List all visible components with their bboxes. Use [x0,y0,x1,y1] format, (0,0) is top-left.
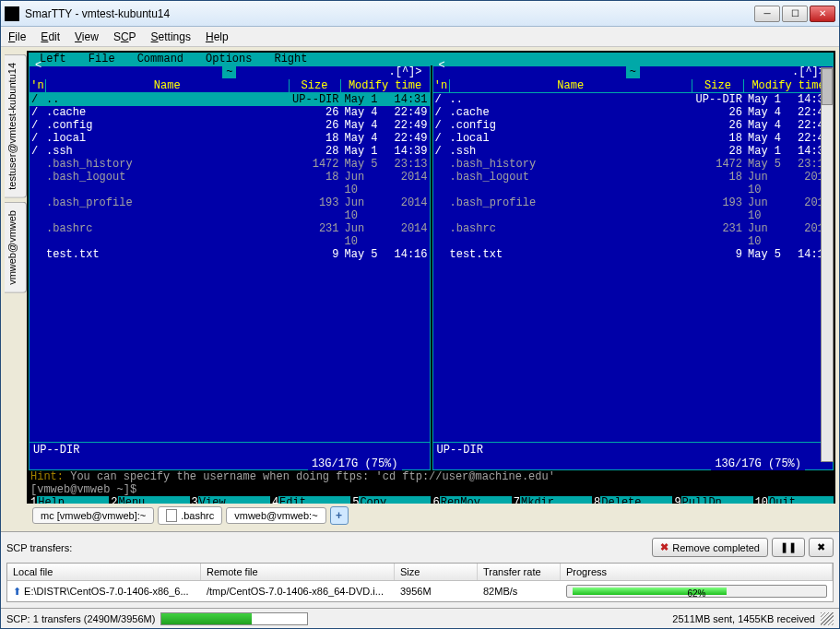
fkey-help[interactable]: 1Help [29,496,109,504]
status-right: 2511MB sent, 1455KB received [672,613,815,624]
scrollbar-thumb[interactable] [822,68,833,105]
tab-mc[interactable]: mc [vmweb@vmweb]:~ [32,507,154,524]
side-tab-1[interactable]: testuser@vmtest-kubuntu14 [5,54,27,198]
remote-file: /tmp/CentOS-7.0-1406-x86_64-DVD.i... [201,584,395,599]
mc-fkeys: 1Help2Menu3View4Edit5Copy6RenMov7Mkdir8D… [29,496,834,504]
maximize-button[interactable]: ☐ [782,6,808,22]
col-progress[interactable]: Progress [561,564,833,580]
terminal[interactable]: Left File Command Options Right < ~ .[^]… [27,51,835,504]
document-icon [166,509,177,522]
app-window: SmarTTY - vmtest-kubuntu14 ─ ☐ ✕ File Ed… [0,0,840,629]
col-local[interactable]: Local file [7,564,201,580]
fkey-edit[interactable]: 4Edit [270,496,350,504]
file-row[interactable]: .bash_history1472May 523:13 [433,158,834,171]
side-tab-2[interactable]: vmweb@vmweb [5,202,27,293]
file-row[interactable]: .bash_profile193Jun 10 2014 [433,196,834,222]
mc-prompt[interactable]: [vmweb@vmweb ~]$ [29,483,834,496]
resize-gripper[interactable] [821,612,834,625]
status-progress [160,612,308,625]
mc-menu-file[interactable]: File [77,53,126,65]
file-row[interactable]: /.ssh28May 114:39 [433,145,834,158]
file-row[interactable]: /.local18May 422:49 [30,132,430,145]
menu-help[interactable]: Help [206,30,229,43]
mc-menu-right[interactable]: Right [263,53,318,65]
tab-bashrc[interactable]: .bashrc [158,506,222,525]
file-row[interactable]: /.cache26May 422:49 [30,106,430,119]
scp-row[interactable]: ⬆ E:\DISTR\CentOS-7.0-1406-x86_6... /tmp… [7,581,833,601]
file-row[interactable]: /.local18May 422:49 [433,132,834,145]
file-row[interactable]: /..UP--DIRMay 114:31 [433,93,834,106]
remove-completed-button[interactable]: ✖Remove completed [652,538,768,557]
mc-menu-command[interactable]: Command [126,53,195,65]
transfer-rate: 82MB/s [478,584,561,599]
terminal-scrollbar[interactable] [821,67,834,462]
mc-left-panel[interactable]: < ~ .[^]>'nNameSizeModify time/..UP--DIR… [29,65,431,470]
status-left: SCP: 1 transfers (2490M/3956M) [6,613,155,624]
file-size: 3956M [395,584,478,599]
col-rate[interactable]: Transfer rate [478,564,561,580]
fkey-quit[interactable]: 10Quit [753,496,834,504]
fkey-renmov[interactable]: 6RenMov [431,496,511,504]
mc-right-panel[interactable]: < ~ .[^]>'nNameSizeModify time/..UP--DIR… [432,65,834,470]
upload-icon: ⬆ [13,586,21,597]
scp-table-header: Local file Remote file Size Transfer rat… [7,564,833,581]
mc-menubar: Left File Command Options Right [29,53,834,65]
tab-shell[interactable]: vmweb@vmweb:~ [226,507,325,524]
file-row[interactable]: /.config26May 422:49 [433,119,834,132]
col-remote[interactable]: Remote file [201,564,395,580]
menu-file[interactable]: File [8,30,26,43]
progress-bar: 62% [566,585,827,598]
fkey-mkdir[interactable]: 7Mkdir [512,496,592,504]
app-icon [5,6,19,21]
scp-label: SCP transfers: [6,542,648,553]
fkey-menu[interactable]: 2Menu [109,496,189,504]
pause-button[interactable]: ❚❚ [772,538,805,557]
status-bar: SCP: 1 transfers (2490M/3956M) 2511MB se… [1,608,839,628]
menu-edit[interactable]: Edit [41,30,60,43]
new-tab-button[interactable]: + [330,506,349,525]
file-row[interactable]: .bash_logout18Jun 10 2014 [433,171,834,196]
file-row[interactable]: /.ssh28May 114:39 [30,145,430,158]
scp-panel: SCP transfers: ✖Remove completed ❚❚ ✖ Lo… [1,531,839,608]
menu-settings[interactable]: Settings [151,30,191,43]
fkey-copy[interactable]: 5Copy [350,496,431,504]
main-area: testuser@vmtest-kubuntu14 vmweb@vmweb Le… [1,47,839,531]
fkey-delete[interactable]: 8Delete [592,496,672,504]
fkey-view[interactable]: 3View [190,496,270,504]
file-row[interactable]: .bash_logout18Jun 10 2014 [30,171,430,196]
file-row[interactable]: .bashrc231Jun 10 2014 [30,222,430,248]
local-file: E:\DISTR\CentOS-7.0-1406-x86_6... [24,586,189,597]
mc-menu-options[interactable]: Options [195,53,263,65]
file-row[interactable]: /.cache26May 422:49 [433,106,834,119]
file-row[interactable]: test.txt9May 514:16 [433,248,834,261]
file-row[interactable]: test.txt9May 514:16 [30,248,430,261]
menu-view[interactable]: View [75,30,99,43]
delete-icon: ✖ [660,541,668,553]
menubar: File Edit View SCP Settings Help [1,27,839,47]
side-tabs: testuser@vmtest-kubuntu14 vmweb@vmweb [5,51,27,528]
file-row[interactable]: /.config26May 422:49 [30,119,430,132]
minimize-button[interactable]: ─ [754,6,780,22]
mc-hint: Hint: You can specify the username when … [29,470,834,483]
titlebar[interactable]: SmarTTY - vmtest-kubuntu14 ─ ☐ ✕ [1,1,839,27]
session-tabs: mc [vmweb@vmweb]:~ .bashrc vmweb@vmweb:~… [27,504,835,528]
scp-table: Local file Remote file Size Transfer rat… [6,563,834,602]
close-panel-button[interactable]: ✖ [809,538,834,557]
col-size[interactable]: Size [395,564,478,580]
file-row[interactable]: .bash_profile193Jun 10 2014 [30,196,430,222]
file-row[interactable]: /..UP--DIRMay 114:31 [30,93,430,106]
window-title: SmarTTY - vmtest-kubuntu14 [25,7,754,20]
file-row[interactable]: .bashrc231Jun 10 2014 [433,222,834,248]
close-button[interactable]: ✕ [810,6,835,22]
file-row[interactable]: .bash_history1472May 523:13 [30,158,430,171]
fkey-pulldn[interactable]: 9PullDn [672,496,752,504]
menu-scp[interactable]: SCP [113,30,136,43]
